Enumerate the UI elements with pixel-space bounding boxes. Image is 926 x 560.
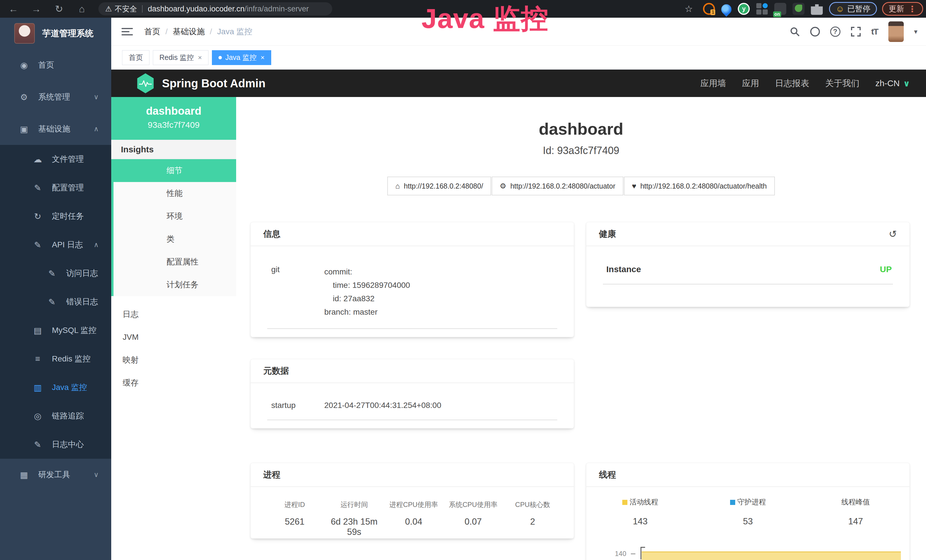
metadata-value: 2021-04-27T00:44:31.254+08:00 — [324, 401, 441, 410]
close-icon[interactable]: × — [198, 54, 202, 62]
reload-icon[interactable]: ↻ — [53, 3, 66, 15]
timer-icon: ↻ — [31, 211, 44, 221]
tab-home[interactable]: 首页 — [122, 50, 150, 65]
sba-nav-applications[interactable]: 应用 — [742, 77, 759, 89]
search-icon[interactable] — [790, 27, 800, 37]
instance-header[interactable]: dashboard 93a3fc7f7409 — [111, 97, 236, 140]
forward-icon[interactable]: → — [30, 3, 43, 15]
col-header: CPU核心数 — [503, 500, 562, 509]
extension-pin-icon[interactable] — [719, 2, 734, 17]
browser-menu-kebab-icon[interactable]: ⋮ — [908, 4, 917, 14]
close-icon[interactable]: × — [261, 54, 265, 62]
sidebar-item-java-monitor[interactable]: ▥ Java 监控 — [0, 373, 111, 402]
git-commit-line: commit: — [324, 265, 410, 278]
breadcrumb-infrastructure[interactable]: 基础设施 — [173, 26, 205, 37]
extension-leaf-icon[interactable] — [793, 3, 805, 15]
sidebar-item-redis-monitor[interactable]: ≡ Redis 监控 — [0, 345, 111, 373]
sidebar-item-label: 首页 — [38, 60, 54, 70]
col-header: 进程ID — [265, 500, 325, 509]
sidebar-item-log-center[interactable]: ✎ 日志中心 — [0, 430, 111, 459]
monitor-icon: ▣ — [18, 124, 30, 134]
panel-item-classes[interactable]: 类 — [113, 228, 236, 250]
sidebar-item-access-logs[interactable]: ✎ 访问日志 — [0, 259, 111, 288]
home-icon[interactable]: ⌂ — [75, 3, 88, 15]
row-divider — [267, 420, 557, 420]
fullscreen-icon[interactable] — [851, 27, 861, 37]
app-title: 芋道管理系统 — [42, 28, 94, 39]
sidebar-item-label: 日志中心 — [52, 439, 84, 450]
sidebar-item-label: 定时任务 — [52, 211, 84, 222]
info-card: 信息 git commit: time: 1596289704000 id: 2… — [250, 222, 574, 337]
row-divider — [267, 328, 557, 329]
legend-label: 守护进程 — [737, 498, 766, 506]
github-icon[interactable] — [810, 27, 820, 36]
panel-item-performance[interactable]: 性能 — [113, 182, 236, 205]
sidebar-item-file-management[interactable]: ☁ 文件管理 — [0, 145, 111, 173]
extensions-puzzle-icon[interactable] — [811, 3, 823, 15]
sidebar-item-label: 基础设施 — [38, 124, 70, 135]
threads-card: 线程 活动线程 守护进程 线程峰值 143 53 14 — [586, 463, 910, 560]
profile-paused-chip[interactable]: ☺ 已暂停 — [829, 2, 877, 16]
extension-icon-green[interactable]: y — [738, 3, 750, 15]
panel-item-logs[interactable]: 日志 — [111, 303, 236, 326]
sidebar-item-dev-tools[interactable]: ▦ 研发工具 ∨ — [0, 459, 111, 491]
panel-item-details[interactable]: 细节 — [113, 159, 236, 182]
bookmark-star-icon[interactable]: ☆ — [685, 3, 693, 14]
insights-section-label: Insights — [111, 140, 236, 159]
avatar-caret-icon[interactable]: ▾ — [914, 28, 917, 36]
sidebar-item-mysql-monitor[interactable]: ▤ MySQL 监控 — [0, 316, 111, 345]
address-bar[interactable]: ⚠ 不安全 dashboard.yudao.iocoder.cn /infra/… — [98, 2, 332, 15]
process-table: 进程ID 5261 运行时间 6d 23h 15m 59s 进程CPU使用率 0… — [251, 487, 574, 537]
font-size-icon[interactable]: tT — [871, 27, 878, 36]
sidebar-item-api-logs[interactable]: ✎ API 日志 ∧ — [0, 230, 111, 259]
actuator-url-button[interactable]: ⚙ http://192.168.0.2:48080/actuator — [492, 177, 623, 195]
browser-nav-buttons: ← → ↻ ⌂ — [0, 3, 88, 15]
locale-selector[interactable]: zh-CN ∨ — [876, 79, 910, 88]
chrome-update-button[interactable]: 更新 ⋮ — [882, 2, 923, 16]
extension-grid-icon[interactable] — [756, 3, 768, 15]
log-icon: ✎ — [45, 268, 58, 278]
panel-item-mappings[interactable]: 映射 — [111, 349, 236, 371]
extension-icon-on[interactable]: on — [774, 3, 786, 15]
sidebar-item-trace[interactable]: ◎ 链路追踪 — [0, 402, 111, 430]
back-icon[interactable]: ← — [7, 3, 20, 15]
extension-icon-orange[interactable]: 1 — [703, 3, 715, 15]
hamburger-icon[interactable] — [121, 26, 133, 37]
panel-item-caches[interactable]: 缓存 — [111, 371, 236, 394]
sidebar-item-home[interactable]: ◉ 首页 — [0, 49, 111, 81]
user-avatar[interactable] — [888, 21, 904, 42]
live-threads-area-series — [642, 551, 901, 560]
sidebar-item-label: 研发工具 — [38, 469, 70, 480]
sidebar-item-system-management[interactable]: ⚙ 系统管理 ∨ — [0, 81, 111, 113]
service-url-button[interactable]: ⌂ http://192.168.0.2:48080/ — [387, 177, 491, 195]
health-url-button[interactable]: ♥ http://192.168.0.2:48080/actuator/heal… — [624, 177, 775, 195]
sidebar-item-error-logs[interactable]: ✎ 错误日志 — [0, 288, 111, 316]
log-icon: ✎ — [31, 440, 44, 450]
help-icon[interactable]: ? — [830, 27, 840, 37]
update-label: 更新 — [889, 4, 904, 14]
java-monitor-icon: ▥ — [31, 383, 44, 392]
sba-nav-journal[interactable]: 日志报表 — [775, 77, 809, 89]
panel-item-config-props[interactable]: 配置属性 — [113, 250, 236, 273]
process-card: 进程 进程ID 5261 运行时间 6d 23h 15m 59s 进程CPU使用… — [250, 463, 574, 539]
history-icon[interactable]: ↺ — [889, 228, 897, 240]
sba-nav-wallboard[interactable]: 应用墙 — [701, 77, 726, 89]
url-divider — [142, 5, 142, 12]
tab-java-monitor[interactable]: Java 监控 × — [212, 50, 271, 65]
panel-item-jvm[interactable]: JVM — [111, 326, 236, 349]
grid-dot — [756, 3, 761, 8]
sidebar-item-config-management[interactable]: ✎ 配置管理 — [0, 173, 111, 202]
breadcrumb-home[interactable]: 首页 — [144, 26, 160, 37]
sidebar-item-label: 访问日志 — [66, 268, 98, 279]
sidebar-item-infrastructure[interactable]: ▣ 基础设施 ∧ — [0, 113, 111, 145]
not-secure-warning-icon[interactable]: ⚠ — [105, 5, 112, 14]
panel-item-environment[interactable]: 环境 — [113, 205, 236, 228]
panel-item-scheduled-tasks[interactable]: 计划任务 — [113, 273, 236, 296]
process-col-cores: CPU核心数 2 — [503, 500, 562, 537]
sba-brand[interactable]: Spring Boot Admin — [136, 73, 265, 93]
sidebar-item-scheduled-tasks[interactable]: ↻ 定时任务 — [0, 202, 111, 230]
tabs-bar: 首页 Redis 监控 × Java 监控 × — [111, 45, 926, 70]
col-value: 0.07 — [443, 517, 503, 527]
sba-nav-about[interactable]: 关于我们 — [825, 77, 859, 89]
tab-redis-monitor[interactable]: Redis 监控 × — [153, 50, 209, 65]
